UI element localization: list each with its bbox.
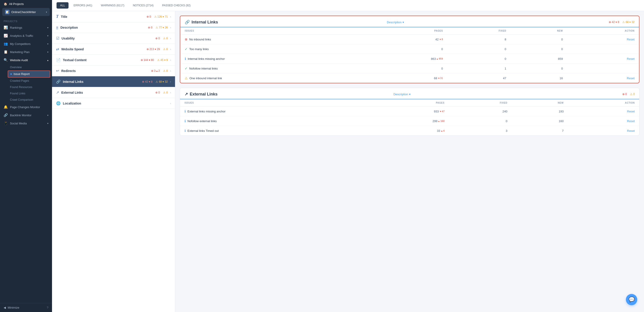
sidebar-item-competitors[interactable]: 👥 My Competitors ▾ [0, 40, 52, 48]
textual-icon: 📄 [56, 58, 60, 62]
issue-label: ℹ External links missing anchor [180, 107, 370, 116]
project-selector[interactable]: 📝 OnlineCheckWriter ▾ [2, 8, 50, 16]
category-description[interactable]: ≡ Description ⊗ 0 ⚠ 77 ▾ 26 › [52, 22, 175, 33]
reset-button[interactable]: Reset [627, 77, 634, 80]
external-stats: ⊗ 0 ⚠ 0 [155, 91, 168, 94]
subnav-crawl-comparison[interactable]: Crawl Comparison [10, 97, 52, 103]
page-changes-icon: 🔔 [4, 105, 8, 109]
issue-name: External links Timed out [188, 129, 219, 133]
sidebar-item-rankings[interactable]: 📊 Rankings ▾ [0, 23, 52, 32]
subnav-found-links[interactable]: Found Links [10, 90, 52, 97]
category-title[interactable]: T Title ⊗ 0 ⚠ 126 ▾ 71 › [52, 11, 175, 22]
sidebar-item-page-changes[interactable]: 🔔 Page Changes Monitor [0, 103, 52, 111]
expand-icon: › [170, 69, 171, 72]
pages-cell: 863 ▴ 859 [367, 54, 448, 64]
sidebar-item-backlink[interactable]: 🔗 Backlink Monitor ▾ [0, 111, 52, 119]
table-row: ✓ Too many links 0 0 0 [180, 44, 639, 54]
tab-all[interactable]: ALL [56, 2, 68, 8]
new-cell: 160 [512, 116, 568, 126]
reset-button[interactable]: Reset [627, 57, 634, 60]
sidebar-item-social[interactable]: 📱 Social Media ▾ [0, 119, 52, 127]
col-issues: ISSUES [180, 99, 370, 107]
subnav-overview[interactable]: Overview [10, 64, 52, 70]
reset-button[interactable]: Reset [627, 119, 635, 123]
title-warnings: ⚠ 126 ▾ 71 [154, 15, 168, 18]
delta-value: ▴ 160 [438, 120, 444, 123]
all-projects-link[interactable]: 🏠 All Projects [0, 0, 52, 8]
action-cell[interactable]: Reset [568, 126, 639, 136]
description-button[interactable]: Description ▾ [387, 20, 404, 24]
issue-name: Nofollow external links [188, 119, 217, 123]
internal-links-title: 🔗 Internal Links [185, 20, 384, 25]
sidebar-item-analytics[interactable]: 📈 Analytics & Traffic ▾ [0, 32, 52, 40]
external-links-icon: ↗ [56, 90, 59, 95]
category-external-links[interactable]: ↗ External Links ⊗ 0 ⚠ 0 › [52, 87, 175, 98]
minimize-button[interactable]: ◀ Minimize ? [0, 303, 52, 312]
new-cell: 16 [511, 73, 567, 83]
redirects-stats: ⊗ 3 ▴ 2 ⚠ 0 [151, 69, 168, 72]
action-cell[interactable] [567, 64, 639, 73]
pages-cell: 0 [367, 64, 448, 73]
main-content: ALL ERRORS (441) WARNINGS (6117) NOTICES… [52, 0, 644, 312]
new-cell: 0 [511, 44, 567, 54]
action-cell[interactable]: Reset [568, 107, 639, 116]
delta-value: ▴ 4 [441, 129, 444, 132]
tab-passed[interactable]: PASSED CHECKS (92) [158, 2, 194, 8]
delta-value: ▾ 8 [440, 38, 443, 41]
chevron-down-icon: ▾ [402, 20, 404, 24]
warn-icon: ⚠ [185, 76, 188, 80]
subnav-found-resources[interactable]: Found Resources [10, 84, 52, 90]
usability-errors: ⊗ 0 [155, 37, 160, 40]
audit-icon: 🔍 [4, 58, 8, 62]
internal-links-header: 🔗 Internal Links Description ▾ ⊗ 42 ▾ 8 … [180, 16, 639, 27]
sidebar-item-website-audit[interactable]: 🔍 Website Audit ▴ [0, 56, 52, 64]
action-cell[interactable]: Reset [567, 54, 639, 64]
textual-stats: ⊗ 144 ▾ 80 ⚠ 45 ▾ 9 [141, 58, 168, 62]
action-cell[interactable] [567, 44, 639, 54]
subnav-crawled-pages[interactable]: Crawled Pages [10, 78, 52, 84]
external-links-title: ↗ External Links [184, 92, 391, 97]
category-localization[interactable]: 🌐 Localization › [52, 98, 175, 109]
external-warnings: ⚠ 0 [163, 91, 168, 94]
col-new: NEW [512, 99, 568, 107]
subnav-issue-report[interactable]: Issue Report [8, 70, 50, 78]
chevron-down-icon: ▾ [409, 93, 411, 96]
reset-button[interactable]: Reset [627, 129, 635, 133]
chat-button[interactable]: 💬 [626, 294, 637, 305]
redirects-errors: ⊗ 3 ▴ 2 [151, 69, 160, 72]
reset-button[interactable]: Reset [627, 38, 634, 41]
table-row: ⚠ One inbound internal link 68 ▾ 31 47 1… [180, 73, 639, 83]
ext-description-button[interactable]: Description ▾ [394, 93, 411, 96]
issue-label: ℹ Nofollow external links [180, 116, 370, 126]
issue-name: Internal links missing anchor [188, 57, 225, 60]
ext-summary-errors: ⊗ 0 [622, 93, 627, 96]
tab-errors[interactable]: ERRORS (441) [70, 2, 96, 8]
tab-warnings[interactable]: WARNINGS (6117) [97, 2, 128, 8]
crawl-comparison-label: Crawl Comparison [10, 98, 33, 101]
minimize-label: Minimize [8, 306, 19, 309]
tab-notices[interactable]: NOTICES (2714) [129, 2, 157, 8]
category-redirects[interactable]: ↩ Redirects ⊗ 3 ▴ 2 ⚠ 0 › [52, 65, 175, 76]
chevron-icon: ▾ [47, 122, 48, 125]
action-cell[interactable]: Reset [568, 116, 639, 126]
overview-label: Overview [10, 66, 22, 69]
category-internal-links[interactable]: 🔗 Internal Links ⊗ 42 ▾ 8 ⚠ 68 ▾ 32 › [52, 76, 175, 87]
competitors-icon: 👥 [4, 42, 8, 46]
chevron-icon: ▾ [47, 51, 48, 53]
action-cell[interactable]: Reset [567, 73, 639, 83]
col-pages: PAGES [367, 27, 448, 34]
expand-icon: › [170, 58, 171, 62]
col-issues: ISSUES [180, 27, 367, 34]
category-textual-label: Textual Content [63, 58, 138, 62]
rankings-label: Rankings [10, 26, 45, 29]
category-website-speed[interactable]: ⇄ Website Speed ⊗ 213 ▾ 29 ⚠ 0 › [52, 44, 175, 55]
action-cell[interactable]: Reset [567, 34, 639, 44]
issue-label: ✓ Too many links [180, 44, 367, 54]
category-usability[interactable]: ☑ Usability ⊗ 0 ⚠ 0 › [52, 33, 175, 44]
table-row: ⊗ No inbound links 42 ▾ 8 8 0 Reset [180, 34, 639, 44]
category-textual-content[interactable]: 📄 Textual Content ⊗ 144 ▾ 80 ⚠ 45 ▾ 9 › [52, 55, 175, 65]
issue-name: Nofollow internal links [189, 67, 218, 70]
sidebar-item-marketing[interactable]: 📋 Marketing Plan ▾ [0, 48, 52, 56]
reset-button[interactable]: Reset [627, 110, 635, 113]
internal-links-card: 🔗 Internal Links Description ▾ ⊗ 42 ▾ 8 … [180, 15, 640, 83]
